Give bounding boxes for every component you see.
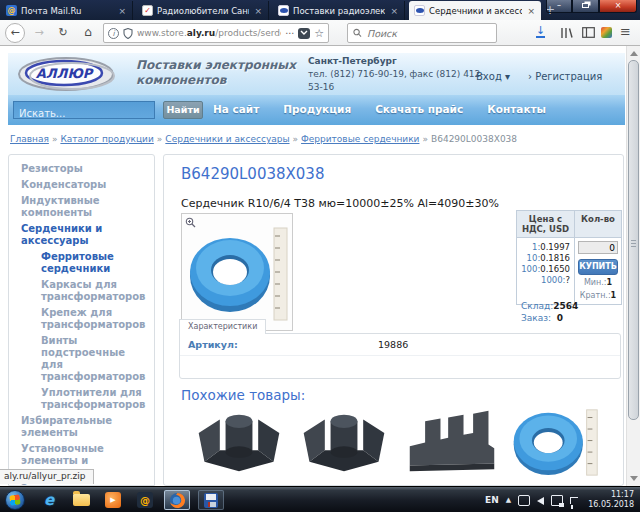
product-image[interactable]	[181, 213, 293, 331]
scrollbar-thumb[interactable]	[628, 60, 639, 420]
forward-button[interactable]: →	[31, 26, 47, 39]
home-button[interactable]: ⌂	[80, 25, 96, 39]
action-center-flag-icon[interactable]	[570, 497, 578, 504]
reload-button[interactable]: ↻	[55, 26, 71, 39]
tab-title: Почта Mail.Ru	[21, 6, 113, 16]
crumb-home[interactable]: Главная	[10, 134, 49, 144]
allur-site-icon	[278, 5, 289, 16]
toroid-picture	[506, 405, 602, 479]
sidebar-item-seals[interactable]: Уплотнители для трансформаторов	[9, 385, 154, 413]
start-button[interactable]	[5, 490, 25, 510]
language-indicator[interactable]: EN	[485, 495, 499, 505]
tab-mail[interactable]: @ Почта Mail.Ru ×	[1, 1, 133, 20]
hamburger-menu-icon[interactable]: ≡	[620, 24, 631, 39]
price-table-header: Цена с НДС, USD Кол-во	[517, 211, 621, 238]
system-tray: EN ▲ 11:17 16.05.2018	[485, 487, 638, 512]
taskbar-explorer[interactable]	[68, 490, 94, 510]
sidebar-item-inductive[interactable]: Индуктивные компоненты	[9, 193, 154, 221]
order-info: Заказ: 0	[521, 313, 563, 323]
window-controls: – ×	[546, 0, 637, 13]
taskbar-media-player[interactable]: ▶	[100, 490, 126, 510]
menu-item-products[interactable]: Продукция	[283, 103, 351, 115]
menu-item-pricelist[interactable]: Скачать прайс	[375, 103, 463, 115]
sidebar-item-resistors[interactable]: Резисторы	[9, 161, 154, 177]
allur-logo[interactable]: АЛЛЮР	[16, 55, 120, 93]
browser-search-input[interactable]	[367, 28, 491, 39]
menu-item-contacts[interactable]: Контакты	[487, 103, 546, 115]
volume-icon[interactable]	[537, 497, 544, 505]
close-button[interactable]: ×	[599, 0, 637, 13]
tab-serdechniki-active[interactable]: Сердечники и аксессуары ×	[409, 1, 541, 20]
sidebar-item-mounting[interactable]: Крепеж для трансформаторов	[9, 305, 154, 333]
tab-characteristics[interactable]: Характеристики	[179, 319, 266, 334]
sidebar-item-capacitors[interactable]: Конденсаторы	[9, 177, 154, 193]
tab-close-icon[interactable]: ×	[526, 6, 536, 16]
taskbar-mailru-agent[interactable]: @	[132, 490, 158, 510]
display-tray-icon[interactable]	[518, 495, 530, 506]
checkmark-icon: ✓	[142, 5, 153, 16]
status-link-preview: aly.ru/allyur_pr.zip	[0, 469, 94, 484]
tab-close-icon[interactable]: ×	[253, 6, 263, 16]
taskbar-save-app[interactable]	[198, 490, 224, 510]
login-link[interactable]: Вход ▾	[476, 71, 510, 82]
sidebar-toggle-icon[interactable]	[582, 27, 595, 38]
crumb-ferrite[interactable]: Ферритовые сердечники	[301, 134, 419, 144]
price-tier: 100:0.1650	[517, 264, 570, 275]
similar-product-image[interactable]	[404, 405, 500, 479]
scrollbar-grip	[631, 240, 636, 247]
buy-button[interactable]: КУПИТЬ	[578, 259, 618, 275]
media-player-icon: ▶	[105, 492, 121, 508]
quantity-input[interactable]	[578, 241, 618, 254]
vertical-scrollbar[interactable]	[626, 46, 640, 486]
pocket-icon[interactable]	[298, 28, 310, 39]
qty-header-cell: Кол-во	[575, 211, 621, 237]
browser-search[interactable]	[347, 23, 497, 43]
sidebar-item-bobbins[interactable]: Каркасы для трансформаторов	[9, 277, 154, 305]
sidebar-item-selective[interactable]: Избирательные элементы	[9, 413, 154, 441]
minimize-button[interactable]: –	[546, 0, 572, 13]
site-search-box[interactable]	[13, 101, 155, 119]
url-text[interactable]: www.store.aly.ru/products/serdechniki-i-…	[137, 28, 281, 38]
page-info-icon[interactable]: i	[108, 28, 119, 39]
price-tiers: 1:0.1997 10:0.1816 100:0.1650 1000:?	[517, 238, 575, 304]
price-tier: 10:0.1816	[517, 253, 570, 264]
address-bar[interactable]: i www.store.aly.ru/products/serdechniki-…	[103, 23, 329, 43]
mailru-agent-icon: @	[137, 492, 153, 508]
crumb-cores[interactable]: Сердечники и аксессуары	[165, 134, 289, 144]
tray-expand-icon[interactable]: ▲	[506, 496, 511, 504]
browser-window: @ Почта Mail.Ru × ✓ Радиолюбители Санкт-…	[0, 0, 640, 512]
clock[interactable]: 11:17 16.05.2018	[588, 490, 638, 510]
register-link[interactable]: › Регистрация	[528, 71, 602, 82]
restore-button[interactable]	[572, 0, 599, 13]
product-title: B64290L0038X038	[181, 165, 324, 183]
scroll-up-arrow[interactable]	[630, 51, 638, 56]
scroll-down-arrow[interactable]	[630, 476, 638, 481]
tab-radio[interactable]: ✓ Радиолюбители Санкт-Пет ×	[137, 1, 269, 20]
magnifier-icon[interactable]	[185, 217, 196, 228]
crumb-catalog[interactable]: Каталог продукции	[60, 134, 153, 144]
taskbar-firefox-active[interactable]	[164, 490, 190, 510]
similar-product-image[interactable]	[191, 405, 287, 479]
screenshot-addon-icon[interactable]	[601, 27, 612, 38]
bookmark-star-icon[interactable]: ☆	[314, 27, 324, 40]
sku-label: Артикул:	[188, 339, 378, 350]
page-actions-icon[interactable]: ⋯	[285, 28, 294, 38]
site-search-input[interactable]	[14, 106, 154, 122]
sidebar-item-ferrite-cores[interactable]: Ферритовые сердечники	[9, 249, 154, 277]
sidebar-item-cores[interactable]: Сердечники и аксессуары	[9, 221, 154, 249]
sidebar-item-screws[interactable]: Винты подстроечные для трансформаторов	[9, 333, 154, 385]
find-button[interactable]: Найти	[163, 101, 203, 119]
tab-close-icon[interactable]: ×	[117, 6, 127, 16]
similar-product-image[interactable]	[506, 405, 602, 479]
site-menu: На сайт Продукция Скачать прайс Контакты	[213, 103, 546, 115]
library-icon[interactable]	[560, 27, 573, 39]
menu-item-onsite[interactable]: На сайт	[213, 103, 259, 115]
tab-close-icon[interactable]: ×	[389, 6, 399, 16]
tab-postavki[interactable]: Поставки радиоэлектронн ×	[273, 1, 405, 20]
tracking-shield-icon[interactable]	[123, 28, 133, 39]
similar-product-image[interactable]	[296, 405, 392, 479]
taskbar-ie[interactable]: e	[36, 490, 62, 510]
downloads-icon[interactable]: ↓	[536, 26, 545, 38]
back-button[interactable]: ←	[5, 23, 25, 43]
network-icon[interactable]	[551, 495, 563, 506]
